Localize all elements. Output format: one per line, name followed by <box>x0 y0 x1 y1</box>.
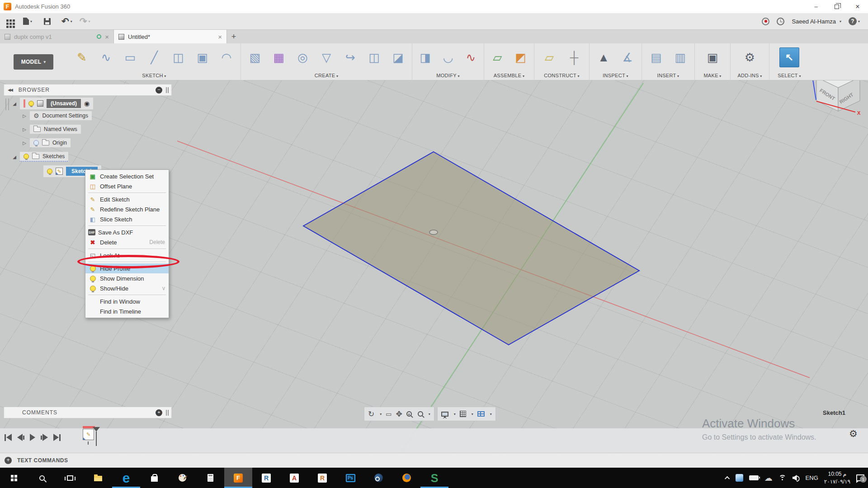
revolve-icon[interactable]: ▽ <box>316 47 336 67</box>
viewports-icon[interactable] <box>477 411 485 417</box>
undo-icon[interactable]: ↶ <box>61 17 69 25</box>
sketch-dimension-icon[interactable]: ▣ <box>193 47 212 67</box>
select-cursor-icon[interactable]: ↖ <box>779 47 799 67</box>
collapsed-arrow-icon[interactable]: ▷ <box>22 141 27 145</box>
sketch-menu[interactable]: SKETCH <box>68 73 241 78</box>
ime-icon[interactable] <box>736 474 743 482</box>
grid-settings-caret[interactable]: ▾ <box>472 412 473 416</box>
onedrive-cloud-icon[interactable] <box>764 474 773 482</box>
construct-plane-icon[interactable]: ▱ <box>539 47 559 67</box>
menu-item-slice-sketch[interactable]: ◧ Slice Sketch <box>85 214 169 224</box>
timeline-position-marker[interactable] <box>93 427 100 446</box>
close-tab-icon[interactable]: × <box>105 33 109 41</box>
workspace-selector[interactable]: MODEL <box>14 54 53 70</box>
menu-item-show-dimension[interactable]: Show Dimension <box>85 273 169 283</box>
new-tab-button[interactable]: + <box>227 30 241 43</box>
add-ins-menu[interactable]: ADD-INS <box>731 73 769 78</box>
display-settings-icon[interactable] <box>441 412 448 417</box>
menu-item-show-hide[interactable]: Show/Hide v <box>85 283 169 293</box>
search-button[interactable] <box>28 468 56 488</box>
create-sketch-icon[interactable]: ✎ <box>72 47 92 67</box>
3d-print-icon[interactable]: ▣ <box>703 47 722 67</box>
grid-settings-icon[interactable] <box>460 411 466 417</box>
expanded-arrow-icon[interactable]: ◢ <box>12 101 17 106</box>
extrude-icon[interactable]: ▧ <box>245 47 265 67</box>
user-account-menu[interactable]: Saeed Al-Hamza <box>792 18 836 25</box>
sweep-icon[interactable]: ↪ <box>340 47 360 67</box>
undo-caret[interactable]: ▾ <box>71 19 72 23</box>
autocad-icon[interactable]: A <box>280 468 308 488</box>
menu-item-find-in-window[interactable]: Find in Window <box>85 296 169 306</box>
assemble-menu[interactable]: ASSEMBLE <box>484 73 534 78</box>
construct-menu[interactable]: CONSTRUCT <box>534 73 589 78</box>
line-icon[interactable]: ╱ <box>144 47 164 67</box>
redo-icon[interactable]: ↷ <box>80 17 87 25</box>
measure-icon[interactable]: ▲ <box>594 47 613 67</box>
fillet-icon[interactable]: ◪ <box>388 47 408 67</box>
job-status-clock-icon[interactable] <box>777 18 784 25</box>
timeline-play-button[interactable] <box>30 434 35 441</box>
store-icon[interactable] <box>140 468 168 488</box>
browser-row-document-settings[interactable]: ▷ ⚙Document Settings <box>22 111 92 120</box>
menu-item-save-as-dxf[interactable]: DXF Save As DXF <box>85 227 169 237</box>
collapsed-arrow-icon[interactable]: ▷ <box>22 127 27 132</box>
menu-item-delete[interactable]: ✖ Delete Delete <box>85 237 169 247</box>
orbit-icon[interactable]: ↻ <box>368 409 374 419</box>
text-commands-bar[interactable]: + TEXT COMMANDS <box>0 453 868 468</box>
create-menu[interactable]: CREATE <box>241 73 412 78</box>
press-pull-icon[interactable]: ◨ <box>415 47 435 67</box>
cylinder-icon[interactable]: ◎ <box>292 47 312 67</box>
close-button[interactable]: × <box>847 0 868 13</box>
comments-resize-handle[interactable] <box>166 410 169 416</box>
mirror-icon[interactable]: ◫ <box>168 47 188 67</box>
fusion-360-icon[interactable]: F <box>224 468 252 488</box>
notification-icon[interactable]: 1 <box>856 474 864 481</box>
arc-icon[interactable]: ◠ <box>217 47 236 67</box>
browser-row-root[interactable]: ◢ (Unsaved) ◉ <box>12 98 93 109</box>
timeline-sketch-feature[interactable]: ✎ <box>83 426 95 440</box>
preferences-gear-icon[interactable]: ⚙ <box>849 428 858 439</box>
wifi-icon[interactable] <box>778 475 787 481</box>
menu-item-edit-sketch[interactable]: ✎ Edit Sketch <box>85 194 169 204</box>
pan-icon[interactable]: ✥ <box>396 409 402 419</box>
language-indicator[interactable]: ENG <box>806 474 818 481</box>
look-at-icon[interactable]: ▭ <box>386 410 392 418</box>
visibility-bulb-icon[interactable] <box>47 169 52 174</box>
start-button[interactable] <box>0 468 28 488</box>
recap-icon[interactable]: R <box>308 468 336 488</box>
clock[interactable]: 10:05 م ٢٠١٧/٠٩/١٩ <box>824 470 850 485</box>
comments-panel-header[interactable]: COMMENTS + <box>4 407 172 418</box>
create-form-icon[interactable]: ▦ <box>269 47 289 67</box>
browser-minimize-icon[interactable]: − <box>156 87 162 94</box>
tab-duplx-comp-v1[interactable]: duplx comp v1 × <box>0 30 114 43</box>
menu-item-create-selection-set[interactable]: ▣ Create Selection Set <box>85 171 169 181</box>
tab-untitled[interactable]: Untitled* × <box>114 30 227 43</box>
inspect-menu[interactable]: INSPECT <box>590 73 642 78</box>
rectangle-icon[interactable]: ▭ <box>120 47 140 67</box>
revit-icon[interactable]: R <box>252 468 280 488</box>
browser-panel-header[interactable]: ◀◀ BROWSER − <box>4 84 172 96</box>
save-icon[interactable] <box>44 18 51 25</box>
battery-icon[interactable] <box>749 475 759 480</box>
activate-component-icon[interactable]: ◉ <box>84 101 90 106</box>
edit-form-icon[interactable]: ∿ <box>461 47 481 67</box>
timeline-go-to-start-button[interactable] <box>5 434 12 441</box>
task-view-button[interactable] <box>56 468 84 488</box>
firefox-icon[interactable] <box>392 468 420 488</box>
orbit-caret[interactable]: ▾ <box>380 412 382 416</box>
menu-item-look-at[interactable]: ◱ Look At <box>85 250 169 260</box>
browser-row-named-views[interactable]: ▷ Named Views <box>22 125 81 134</box>
root-component-label[interactable]: (Unsaved) <box>47 99 81 108</box>
file-menu-icon[interactable] <box>23 18 29 25</box>
new-component-icon[interactable]: ▱ <box>487 47 507 67</box>
file-menu-caret[interactable]: ▾ <box>30 19 32 23</box>
menu-item-find-in-timeline[interactable]: Find in Timeline <box>85 306 169 316</box>
select-menu[interactable]: SELECT <box>769 73 809 78</box>
construct-axis-icon[interactable]: ┼ <box>564 47 584 67</box>
expanded-arrow-icon[interactable]: ◢ <box>12 155 17 160</box>
paint-icon[interactable] <box>168 468 196 488</box>
record-icon[interactable] <box>762 18 769 25</box>
shell-icon[interactable]: ◡ <box>438 47 458 67</box>
visibility-bulb-icon[interactable] <box>24 154 29 159</box>
collapse-panel-icon[interactable]: ◀◀ <box>8 88 12 92</box>
